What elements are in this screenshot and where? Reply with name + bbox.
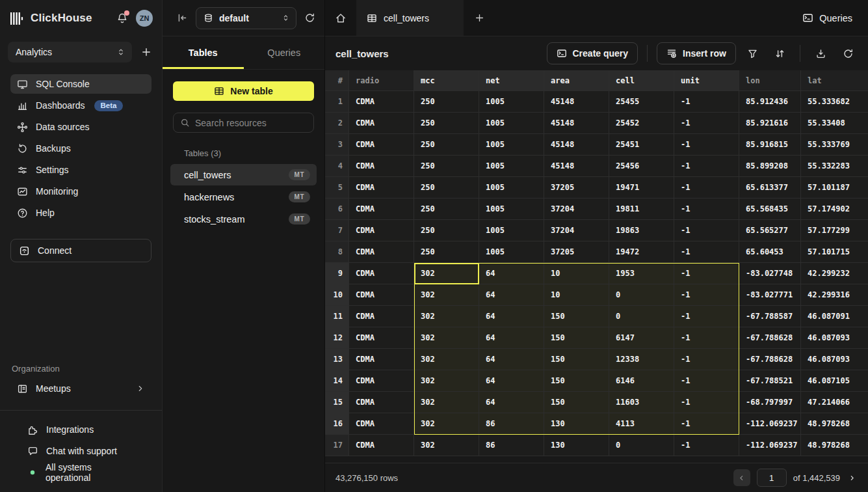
new-table-button[interactable]: New table [173,81,314,101]
sidebar-item-chat-with-support[interactable]: Chat with support [21,441,141,461]
queries-button[interactable]: Queries [795,0,868,36]
grid-cell-cell-5[interactable]: 19471 [609,177,674,198]
grid-cell-mcc-14[interactable]: 302 [414,370,479,392]
grid-cell-radio-3[interactable]: CDMA [349,134,414,156]
grid-cell-cell-6[interactable]: 19811 [609,198,674,220]
prev-page-button[interactable] [733,469,750,486]
grid-cell-unit-12[interactable]: -1 [674,327,739,349]
grid-cell-lon-4[interactable]: 85.899208 [739,156,801,177]
grid-cell-net-15[interactable]: 64 [479,392,544,413]
grid-cell-radio-12[interactable]: CDMA [349,327,414,349]
row-number[interactable]: 16 [325,413,349,435]
grid-cell-area-4[interactable]: 45148 [544,156,609,177]
grid-cell-radio-14[interactable]: CDMA [349,370,414,392]
grid-cell-lon-17[interactable]: -112.069237 [739,435,801,456]
grid-cell-lon-6[interactable]: 65.568435 [739,198,801,220]
grid-cell-mcc-10[interactable]: 302 [414,284,479,306]
column-header-area[interactable]: area [544,70,609,91]
sidebar-item-integrations[interactable]: Integrations [21,420,141,439]
column-header-mcc[interactable]: mcc [414,70,479,91]
grid-cell-radio-8[interactable]: CDMA [349,241,414,263]
grid-cell-mcc-11[interactable]: 302 [414,306,479,327]
grid-cell-mcc-9[interactable]: 302 [414,263,479,284]
row-number[interactable]: 2 [325,113,349,134]
grid-cell-unit-16[interactable]: -1 [674,413,739,435]
grid-cell-net-14[interactable]: 64 [479,370,544,392]
grid-cell-area-12[interactable]: 150 [544,327,609,349]
grid-cell-lat-13[interactable]: 46.087093 [801,349,868,370]
grid-cell-lat-8[interactable]: 57.101715 [801,241,868,263]
sidebar-item-dashboards[interactable]: DashboardsBeta [10,96,151,115]
grid-cell-lon-3[interactable]: 85.916815 [739,134,801,156]
grid-cell-cell-1[interactable]: 25455 [609,91,674,113]
grid-cell-net-12[interactable]: 64 [479,327,544,349]
page-number-input[interactable] [757,469,787,487]
grid-cell-cell-7[interactable]: 19863 [609,220,674,241]
search-resources-input[interactable] [195,118,313,128]
row-number[interactable]: 10 [325,284,349,306]
row-number[interactable]: 15 [325,392,349,413]
grid-cell-lat-5[interactable]: 57.101187 [801,177,868,198]
filter-button[interactable] [741,42,763,64]
grid-cell-lat-11[interactable]: 46.087091 [801,306,868,327]
grid-cell-lat-16[interactable]: 48.978268 [801,413,868,435]
grid-cell-lon-11[interactable]: -67.788587 [739,306,801,327]
grid-cell-radio-11[interactable]: CDMA [349,306,414,327]
grid-cell-radio-9[interactable]: CDMA [349,263,414,284]
column-header-radio[interactable]: radio [349,70,414,91]
row-number[interactable]: 11 [325,306,349,327]
grid-cell-unit-1[interactable]: -1 [674,91,739,113]
row-number[interactable]: 3 [325,134,349,156]
grid-cell-area-9[interactable]: 10 [544,263,609,284]
column-header-unit[interactable]: unit [674,70,739,91]
grid-cell-area-15[interactable]: 150 [544,392,609,413]
grid-cell-mcc-4[interactable]: 250 [414,156,479,177]
grid-cell-area-16[interactable]: 130 [544,413,609,435]
grid-cell-area-8[interactable]: 37205 [544,241,609,263]
avatar[interactable]: ZN [136,10,153,27]
sidebar-item-settings[interactable]: Settings [10,160,151,180]
connect-button[interactable]: Connect [10,239,151,262]
grid-cell-lon-10[interactable]: -83.027771 [739,284,801,306]
grid-cell-area-2[interactable]: 45148 [544,113,609,134]
row-number[interactable]: 7 [325,220,349,241]
grid-cell-radio-1[interactable]: CDMA [349,91,414,113]
grid-cell-mcc-17[interactable]: 302 [414,435,479,456]
grid-cell-lon-1[interactable]: 85.912436 [739,91,801,113]
grid-cell-unit-2[interactable]: -1 [674,113,739,134]
grid-cell-unit-11[interactable]: -1 [674,306,739,327]
grid-cell-area-6[interactable]: 37204 [544,198,609,220]
grid-cell-lon-15[interactable]: -68.797997 [739,392,801,413]
grid-cell-net-9[interactable]: 64 [479,263,544,284]
notifications-button[interactable] [115,11,129,25]
new-tab-button[interactable] [464,0,495,36]
grid-cell-lat-17[interactable]: 48.978268 [801,435,868,456]
grid-cell-lat-15[interactable]: 47.214066 [801,392,868,413]
grid-cell-net-8[interactable]: 1005 [479,241,544,263]
grid-cell-unit-15[interactable]: -1 [674,392,739,413]
grid-cell-lon-7[interactable]: 65.565277 [739,220,801,241]
grid-cell-lat-10[interactable]: 42.299316 [801,284,868,306]
grid-cell-mcc-5[interactable]: 250 [414,177,479,198]
grid-cell-cell-14[interactable]: 6146 [609,370,674,392]
grid-cell-unit-14[interactable]: -1 [674,370,739,392]
grid-cell-lon-14[interactable]: -67.788521 [739,370,801,392]
grid-cell-cell-11[interactable]: 0 [609,306,674,327]
grid-cell-lat-9[interactable]: 42.299232 [801,263,868,284]
row-number[interactable]: 4 [325,156,349,177]
grid-cell-net-11[interactable]: 64 [479,306,544,327]
grid-cell-unit-4[interactable]: -1 [674,156,739,177]
grid-cell-mcc-16[interactable]: 302 [414,413,479,435]
grid-cell-lon-5[interactable]: 65.613377 [739,177,801,198]
grid-cell-mcc-13[interactable]: 302 [414,349,479,370]
grid-cell-mcc-12[interactable]: 302 [414,327,479,349]
grid-cell-cell-17[interactable]: 0 [609,435,674,456]
grid-cell-radio-16[interactable]: CDMA [349,413,414,435]
grid-cell-unit-10[interactable]: -1 [674,284,739,306]
grid-cell-lon-13[interactable]: -67.788628 [739,349,801,370]
grid-cell-mcc-6[interactable]: 250 [414,198,479,220]
row-number[interactable]: 9 [325,263,349,284]
create-query-button[interactable]: Create query [547,42,638,64]
grid-cell-mcc-8[interactable]: 250 [414,241,479,263]
tab-tables[interactable]: Tables [163,36,244,69]
